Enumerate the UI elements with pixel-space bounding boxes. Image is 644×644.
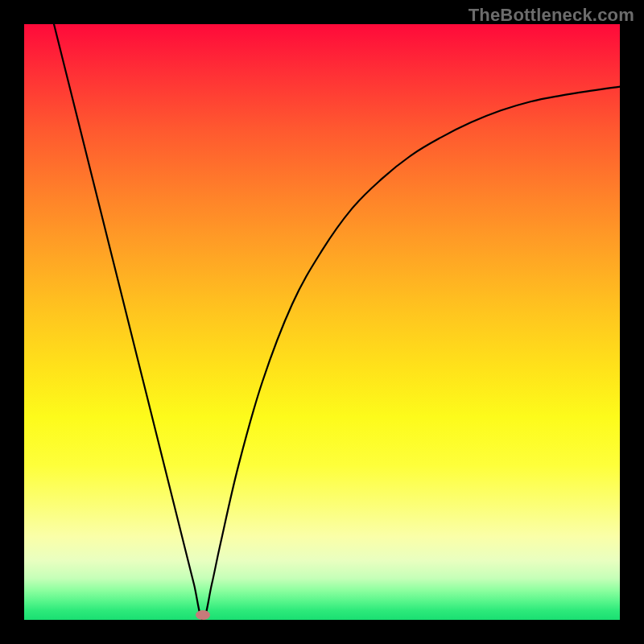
bottleneck-curve (24, 24, 620, 620)
plot-area (24, 24, 620, 620)
chart-stage: TheBottleneck.com (0, 0, 644, 644)
watermark-text: TheBottleneck.com (469, 5, 634, 26)
minimum-marker (196, 610, 210, 620)
